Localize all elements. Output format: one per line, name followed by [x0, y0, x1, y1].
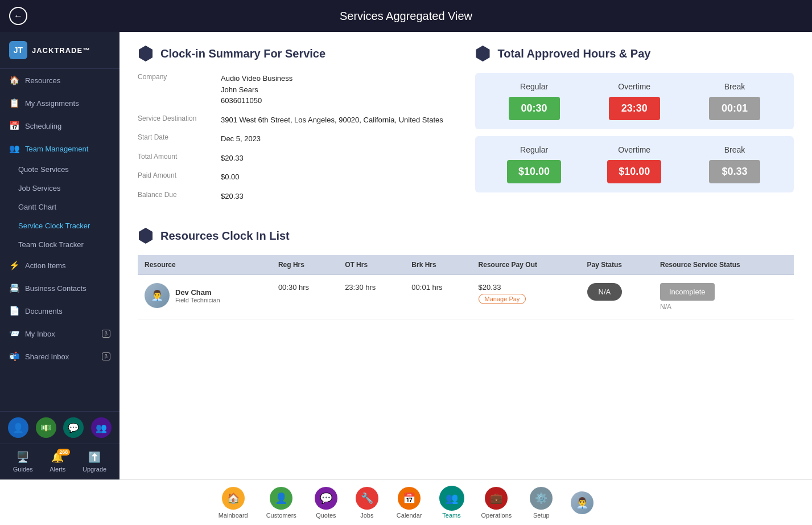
guides-button[interactable]: 🖥️ Guides	[13, 451, 33, 473]
nav-teams[interactable]: 👥 Teams	[440, 487, 463, 519]
sidebar-bottom-group-icon[interactable]: 👥	[91, 417, 112, 438]
sidebar-label-business-contacts: Business Contacts	[25, 284, 86, 293]
sidebar-label-scheduling: Scheduling	[25, 122, 61, 130]
pay-status-button[interactable]: N/A	[587, 283, 623, 301]
sidebar-item-my-inbox[interactable]: 📨 My Inbox β	[0, 322, 119, 345]
top-two-col: Clock-in Summary For Service Company Aud…	[138, 46, 794, 210]
break-pay-col: Break $0.33	[685, 145, 785, 183]
upgrade-button[interactable]: ⬆️ Upgrade	[83, 451, 106, 473]
jobs-icon: 🔧	[356, 487, 378, 510]
alerts-button[interactable]: 🔔 268 Alerts	[50, 451, 65, 473]
brk-hrs-cell: 00:01 hrs	[405, 275, 471, 319]
teams-icon: 👥	[440, 487, 463, 510]
break-hours-col: Break 00:01	[685, 82, 785, 120]
col-brk-hrs: Brk Hrs	[405, 255, 471, 275]
company-label: Company	[138, 73, 212, 106]
regular-hours-value: 00:30	[509, 97, 560, 120]
service-destination-value: 3901 West 6th Street, Los Angeles, 90020…	[221, 114, 443, 126]
nav-setup[interactable]: ⚙️ Setup	[530, 487, 553, 519]
resources-table: Resource Reg Hrs OT Hrs Brk Hrs Resource…	[138, 255, 794, 319]
resource-name: Dev Cham	[175, 288, 220, 297]
sidebar-label-shared-inbox: Shared Inbox	[25, 352, 69, 361]
nav-calendar[interactable]: 📅 Calendar	[397, 487, 422, 519]
profile-avatar[interactable]: 👨‍💼	[571, 491, 593, 514]
nav-quotes[interactable]: 💬 Quotes	[315, 487, 337, 519]
resources-icon: 🏠	[9, 75, 19, 85]
resource-info: 👨‍💼 Dev Cham Field Technician	[145, 283, 265, 308]
nav-mainboard[interactable]: 🏠 Mainboard	[219, 487, 248, 519]
regular-hours-col: Regular 00:30	[484, 82, 584, 120]
setup-icon: ⚙️	[530, 487, 553, 510]
sidebar-item-my-assignments[interactable]: 📋 My Assignments	[0, 92, 119, 114]
sidebar-item-action-items[interactable]: ⚡ Action Items	[0, 254, 119, 277]
mainboard-icon: 🏠	[222, 487, 245, 510]
sidebar-item-documents[interactable]: 📄 Documents	[0, 300, 119, 322]
hours-cards: Regular 00:30 Overtime 23:30 Break 00:01	[475, 73, 794, 192]
sidebar-item-service-clock-tracker[interactable]: Service Clock Tracker	[0, 216, 119, 235]
service-destination-label: Service Destination	[138, 114, 212, 126]
sidebar-item-scheduling[interactable]: 📅 Scheduling	[0, 114, 119, 137]
pay-out-value: $20.33	[479, 283, 574, 292]
calendar-label: Calendar	[397, 512, 422, 519]
nav-jobs[interactable]: 🔧 Jobs	[356, 487, 378, 519]
resources-title: Resources Clock In List	[160, 229, 290, 243]
sidebar-logo: JT JACKTRADE™	[0, 32, 119, 69]
total-approved-heading: Total Approved Hours & Pay	[475, 46, 794, 61]
sidebar-item-gantt-chart[interactable]: Gantt Chart	[0, 198, 119, 216]
customers-icon: 👤	[270, 487, 292, 510]
balance-due-value: $20.33	[221, 191, 244, 202]
col-resource: Resource	[138, 255, 271, 275]
sidebar-item-resources[interactable]: 🏠 Resources	[0, 69, 119, 92]
total-approved-hex-icon	[475, 46, 491, 61]
reg-hrs-cell: 00:30 hrs	[271, 275, 338, 319]
sidebar-item-team-clock-tracker[interactable]: Team Clock Tracker	[0, 235, 119, 254]
page-title: Services Aggregated View	[340, 10, 472, 23]
service-destination-row: Service Destination 3901 West 6th Street…	[138, 114, 457, 126]
top-bar: ← Services Aggregated View	[0, 0, 812, 32]
col-service-status: Resource Service Status	[653, 255, 794, 275]
resources-hex-icon	[138, 228, 154, 244]
nav-operations[interactable]: 💼 Operations	[481, 487, 512, 519]
regular-hours-label: Regular	[520, 82, 548, 91]
calendar-icon: 📅	[398, 487, 421, 510]
table-header: Resource Reg Hrs OT Hrs Brk Hrs Resource…	[138, 255, 794, 275]
action-items-icon: ⚡	[9, 260, 19, 270]
table-row: 👨‍💼 Dev Cham Field Technician 00:30 hrs …	[138, 275, 794, 319]
sidebar-label-my-inbox: My Inbox	[25, 330, 55, 338]
sidebar-label-job-services: Job Services	[18, 184, 60, 192]
operations-icon: 💼	[485, 487, 508, 510]
total-amount-label: Total Amount	[138, 153, 212, 164]
service-status-na: N/A	[660, 303, 787, 311]
break-hours-value: 00:01	[709, 97, 760, 120]
overtime-pay-label: Overtime	[618, 145, 650, 154]
sidebar-item-shared-inbox[interactable]: 📬 Shared Inbox β	[0, 345, 119, 368]
sidebar-item-job-services[interactable]: Job Services	[0, 179, 119, 198]
sidebar-item-team-management[interactable]: 👥 Team Management	[0, 137, 119, 160]
nav-customers[interactable]: 👤 Customers	[266, 487, 296, 519]
alerts-badge: 268	[57, 449, 70, 456]
regular-pay-label: Regular	[520, 145, 548, 154]
sidebar-bottom-icons: 👤 💵 💬 👥	[0, 411, 119, 444]
regular-pay-col: Regular $10.00	[484, 145, 584, 183]
sidebar-bottom-chat-icon[interactable]: 💬	[63, 417, 84, 438]
team-management-icon: 👥	[9, 143, 19, 154]
mainboard-label: Mainboard	[219, 512, 248, 519]
sidebar-bottom-user-icon[interactable]: 👤	[8, 417, 28, 438]
break-pay-value: $0.33	[709, 160, 760, 183]
customers-label: Customers	[266, 512, 296, 519]
pay-out-cell: $20.33 Manage Pay	[472, 275, 580, 319]
clock-in-summary-section: Clock-in Summary For Service Company Aud…	[138, 46, 457, 210]
sidebar-item-business-contacts[interactable]: 📇 Business Contacts	[0, 277, 119, 300]
sidebar-item-quote-services[interactable]: Quote Services	[0, 160, 119, 179]
service-status-button[interactable]: Incomplete	[660, 283, 715, 301]
back-button[interactable]: ←	[9, 7, 27, 25]
sidebar-label-team-clock-tracker: Team Clock Tracker	[18, 240, 84, 249]
total-approved-title: Total Approved Hours & Pay	[498, 47, 651, 60]
quotes-icon: 💬	[315, 487, 337, 510]
col-pay-out: Resource Pay Out	[472, 255, 580, 275]
service-status-cell: Incomplete N/A	[653, 275, 794, 319]
manage-pay-button[interactable]: Manage Pay	[479, 294, 526, 304]
regular-pay-value: $10.00	[507, 160, 561, 183]
overtime-hours-col: Overtime 23:30	[584, 82, 685, 120]
sidebar-bottom-dollar-icon[interactable]: 💵	[36, 417, 56, 438]
